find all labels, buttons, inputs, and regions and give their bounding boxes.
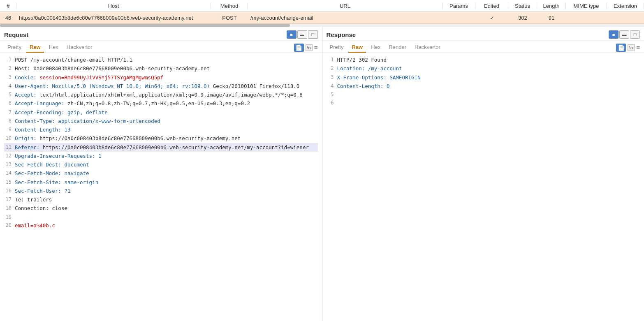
tab-request-pretty[interactable]: Pretty: [4, 42, 25, 53]
response-copy-btn[interactable]: 📄: [616, 44, 626, 52]
request-line: 1POST /my-account/change-email HTTP/1.1: [4, 55, 318, 64]
line-content: User-Agent: Mozilla/5.0 (Windows NT 10.0…: [15, 82, 318, 90]
col-header-status: Status: [508, 3, 537, 9]
request-line: 7Accept-Encoding: gzip, deflate: [4, 108, 318, 117]
row-length: 91: [537, 15, 566, 21]
col-header-extension: Extension: [607, 3, 644, 9]
line-number: 1: [4, 55, 12, 64]
response-content: 1HTTP/2 302 Found2Location: /my-account3…: [322, 53, 644, 321]
line-content: Host: 0a0c008403b8de6c80e77668009e00b6.w…: [15, 64, 318, 73]
request-view-single-btn[interactable]: □: [308, 30, 318, 39]
response-line: 2Location: /my-account: [327, 64, 640, 73]
line-number: 4: [327, 82, 334, 90]
line-number: 11: [4, 143, 12, 152]
line-content: Location: /my-account: [337, 64, 640, 73]
request-line: 19: [4, 213, 318, 221]
request-line: 16Sec-Fetch-User: ?1: [4, 187, 318, 195]
col-header-host: Host: [16, 3, 211, 9]
line-number: 18: [4, 204, 12, 212]
table-row[interactable]: 46 https://0a0c008403b8de6c80e77668009e0…: [0, 12, 644, 24]
response-nl-btn[interactable]: \n: [628, 44, 635, 51]
tab-response-hex[interactable]: Hex: [368, 42, 384, 53]
request-line: 12Upgrade-Insecure-Requests: 1: [4, 152, 318, 160]
col-header-url: URL: [248, 3, 442, 9]
request-header-controls: ■ ▬ □: [287, 30, 318, 39]
response-tabs: Pretty Raw Hex Render Hackvertor 📄 \n ≡: [322, 41, 644, 53]
line-number: 12: [4, 152, 12, 160]
line-number: 20: [4, 221, 12, 230]
line-number: 1: [327, 55, 334, 64]
request-tabs: Pretty Raw Hex Hackvertor 📄 \n ≡: [0, 41, 322, 53]
line-content: Origin: https://0a0c008403b8de6c80e77668…: [15, 134, 318, 143]
request-view-toggle: ■ ▬ □: [287, 30, 318, 39]
tab-response-raw[interactable]: Raw: [348, 42, 366, 53]
request-line: 11Referer: https://0a0c008403b8de6c80e77…: [4, 143, 318, 152]
panels: Request ■ ▬ □ Pretty Raw Hex Hackvertor …: [0, 27, 644, 321]
line-number: 6: [4, 99, 12, 108]
tab-request-hackvertor[interactable]: Hackvertor: [63, 42, 96, 53]
line-number: 5: [4, 90, 12, 99]
request-content: 1POST /my-account/change-email HTTP/1.12…: [0, 53, 322, 321]
response-view-single-btn[interactable]: □: [630, 30, 640, 39]
row-status: 302: [508, 15, 537, 21]
request-view-split-btn[interactable]: ■: [287, 30, 297, 39]
row-edited: ✓: [475, 15, 508, 21]
response-line: 1HTTP/2 302 Found: [327, 55, 640, 64]
line-number: 10: [4, 134, 12, 143]
line-content: Content-Length: 0: [337, 82, 640, 90]
response-panel-header: Response ■ ▬ □: [322, 27, 644, 41]
line-content: [337, 90, 640, 99]
request-line: 20email=a%40b.c: [4, 221, 318, 230]
line-number: 16: [4, 187, 12, 195]
line-number: 4: [4, 82, 12, 90]
request-line: 8Content-Type: application/x-www-form-ur…: [4, 117, 318, 125]
request-copy-btn[interactable]: 📄: [294, 44, 304, 52]
tab-response-hackvertor[interactable]: Hackvertor: [411, 42, 444, 53]
col-header-method: Method: [211, 3, 248, 9]
line-content: Referer: https://0a0c008403b8de6c80e7766…: [15, 143, 318, 152]
line-content: X-Frame-Options: SAMEORIGIN: [337, 73, 640, 82]
col-header-length: Length: [537, 3, 566, 9]
line-number: 3: [4, 73, 12, 82]
line-content: email=a%40b.c: [15, 221, 318, 230]
line-content: Accept-Encoding: gzip, deflate: [15, 108, 318, 117]
line-number: 5: [327, 90, 334, 99]
line-content: Accept-Language: zh-CN,zh;q=0.8,zh-TW;q=…: [15, 99, 318, 108]
request-line: 10Origin: https://0a0c008403b8de6c80e776…: [4, 134, 318, 143]
scrollbar-thumb[interactable]: [0, 24, 290, 27]
tab-request-hex[interactable]: Hex: [46, 42, 62, 53]
tab-request-raw[interactable]: Raw: [26, 42, 44, 53]
response-menu-btn[interactable]: ≡: [636, 44, 640, 51]
row-num: 46: [0, 15, 16, 21]
request-line: 14Sec-Fetch-Mode: navigate: [4, 169, 318, 178]
tab-response-render[interactable]: Render: [385, 42, 410, 53]
request-line: 6Accept-Language: zh-CN,zh;q=0.8,zh-TW;q…: [4, 99, 318, 108]
line-number: 7: [4, 108, 12, 117]
line-number: 6: [327, 99, 334, 107]
col-header-params: Params: [442, 3, 475, 9]
line-content: Content-Length: 13: [15, 125, 318, 134]
request-line: 4User-Agent: Mozilla/5.0 (Windows NT 10.…: [4, 82, 318, 90]
line-content: [337, 99, 640, 107]
request-view-horizontal-btn[interactable]: ▬: [297, 30, 307, 39]
line-number: 3: [327, 73, 334, 82]
row-url: /my-account/change-email: [248, 15, 442, 21]
request-menu-btn[interactable]: ≡: [314, 44, 318, 51]
line-content: Sec-Fetch-Site: same-origin: [15, 178, 318, 187]
scroll-area[interactable]: [0, 24, 644, 27]
request-line: 2Host: 0a0c008403b8de6c80e77668009e00b6.…: [4, 64, 318, 73]
response-header-controls: ■ ▬ □: [609, 30, 640, 39]
request-line: 18Connection: close: [4, 204, 318, 212]
response-view-horizontal-btn[interactable]: ▬: [619, 30, 629, 39]
table-header: # Host Method URL Params Edited Status L…: [0, 0, 644, 12]
request-line: 17Te: trailers: [4, 195, 318, 204]
tab-response-pretty[interactable]: Pretty: [327, 42, 347, 53]
col-header-num: #: [0, 3, 16, 9]
response-line: 6: [327, 99, 640, 107]
response-view-split-btn[interactable]: ■: [609, 30, 619, 39]
request-nl-btn[interactable]: \n: [306, 44, 313, 51]
line-number: 8: [4, 117, 12, 125]
request-line: 15Sec-Fetch-Site: same-origin: [4, 178, 318, 187]
line-content: Cookie: session=Rmd99UyJiVVSYj57TSYgAMgM…: [15, 73, 318, 82]
line-number: 9: [4, 125, 12, 134]
